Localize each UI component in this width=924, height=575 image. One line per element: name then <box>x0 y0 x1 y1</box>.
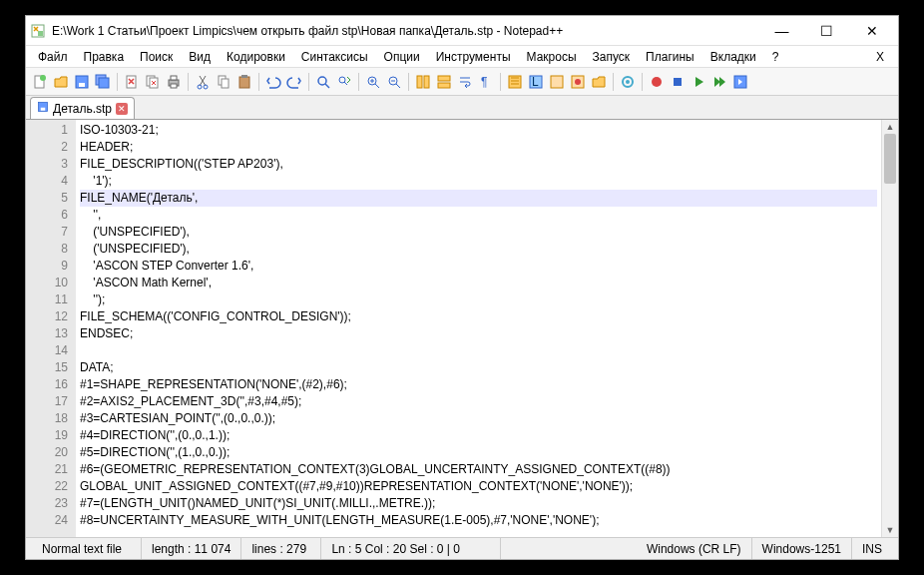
show-all-chars-icon[interactable]: ¶ <box>476 72 496 92</box>
menu-encoding[interactable]: Кодировки <box>219 48 293 66</box>
code-line[interactable]: ISO-10303-21; <box>80 122 877 139</box>
tab-active[interactable]: Деталь.stp ✕ <box>30 97 135 119</box>
code-line[interactable]: #4=DIRECTION('',(0.,0.,1.)); <box>80 427 877 444</box>
gutter: 123456789101112131415161718192021222324 <box>26 120 76 537</box>
replace-icon[interactable] <box>334 72 354 92</box>
status-mode[interactable]: INS <box>852 538 892 559</box>
print-icon[interactable] <box>164 72 184 92</box>
status-eol[interactable]: Windows (CR LF) <box>637 538 752 559</box>
open-file-icon[interactable] <box>51 72 71 92</box>
save-macro-icon[interactable] <box>730 72 750 92</box>
new-file-icon[interactable] <box>30 72 50 92</box>
menu-edit[interactable]: Правка <box>76 48 133 66</box>
lang-icon[interactable]: L <box>526 72 546 92</box>
scroll-up-icon[interactable]: ▲ <box>882 120 898 134</box>
code-line[interactable]: #8=UNCERTAINTY_MEASURE_WITH_UNIT(LENGTH_… <box>80 512 877 529</box>
code-line[interactable]: HEADER; <box>80 139 877 156</box>
zoom-out-icon[interactable] <box>384 72 404 92</box>
sync-v-icon[interactable] <box>413 72 433 92</box>
code-line[interactable]: 'ASCON Math Kernel', <box>80 275 877 291</box>
maximize-button[interactable]: ☐ <box>804 17 849 45</box>
code-line[interactable]: FILE_NAME('Деталь', <box>80 190 877 207</box>
svg-point-34 <box>575 79 581 85</box>
editor: 123456789101112131415161718192021222324 … <box>26 120 898 537</box>
code-line[interactable]: '1'); <box>80 173 877 190</box>
minimize-button[interactable]: — <box>759 17 804 45</box>
menu-plugins[interactable]: Плагины <box>638 48 702 66</box>
code-area[interactable]: ISO-10303-21;HEADER;FILE_DESCRIPTION(('S… <box>76 120 881 537</box>
separator <box>188 73 189 91</box>
code-line[interactable]: 'ASCON STEP Converter 1.6', <box>80 258 877 275</box>
find-icon[interactable] <box>313 72 333 92</box>
menu-options[interactable]: Опции <box>376 48 428 66</box>
line-number: 17 <box>26 393 68 410</box>
scroll-thumb[interactable] <box>884 134 896 184</box>
menu-view[interactable]: Вид <box>181 48 219 66</box>
record-macro-icon[interactable] <box>647 72 667 92</box>
menu-macros[interactable]: Макросы <box>519 48 585 66</box>
menu-file[interactable]: Файл <box>30 48 76 66</box>
code-line[interactable] <box>80 342 877 359</box>
line-number: 2 <box>26 139 68 156</box>
code-line[interactable]: ('UNSPECIFIED'), <box>80 241 877 258</box>
code-line[interactable]: DATA; <box>80 359 877 376</box>
line-number: 19 <box>26 427 68 444</box>
window-controls: — ☐ ✕ <box>759 17 894 45</box>
line-number: 24 <box>26 512 68 529</box>
code-line[interactable]: #3=CARTESIAN_POINT('',(0.,0.,0.)); <box>80 410 877 427</box>
menu-search[interactable]: Поиск <box>132 48 181 66</box>
copy-icon[interactable] <box>214 72 233 92</box>
line-number: 5 <box>26 190 68 207</box>
indent-guide-icon[interactable] <box>505 72 525 92</box>
play-multi-icon[interactable] <box>709 72 729 92</box>
tab-close-icon[interactable]: ✕ <box>116 103 128 115</box>
menu-syntax[interactable]: Синтаксисы <box>293 48 376 66</box>
svg-rect-13 <box>171 84 177 88</box>
svg-rect-25 <box>424 76 429 88</box>
menu-run[interactable]: Запуск <box>585 48 639 66</box>
paste-icon[interactable] <box>234 72 254 92</box>
menubar: Файл Правка Поиск Вид Кодировки Синтакси… <box>26 46 898 68</box>
code-line[interactable]: #7=(LENGTH_UNIT()NAMED_UNIT(*)SI_UNIT(.M… <box>80 495 877 512</box>
sync-h-icon[interactable] <box>434 72 454 92</box>
separator <box>613 73 614 91</box>
code-line[interactable]: #5=DIRECTION('',(1.,0.,0.)); <box>80 444 877 461</box>
close-button[interactable]: ✕ <box>849 17 894 45</box>
menu-tools[interactable]: Инструменты <box>428 48 519 66</box>
line-number: 23 <box>26 495 68 512</box>
code-line[interactable]: FILE_DESCRIPTION(('STEP AP203'), <box>80 156 877 173</box>
close-all-icon[interactable] <box>143 72 163 92</box>
doc-map-icon[interactable] <box>547 72 567 92</box>
code-line[interactable]: FILE_SCHEMA(('CONFIG_CONTROL_DESIGN')); <box>80 308 877 325</box>
code-line[interactable]: #2=AXIS2_PLACEMENT_3D('',#3,#4,#5); <box>80 393 877 410</box>
close-file-icon[interactable] <box>122 72 142 92</box>
save-all-icon[interactable] <box>93 72 113 92</box>
wrap-icon[interactable] <box>455 72 475 92</box>
undo-icon[interactable] <box>263 72 283 92</box>
window: E:\Work 1 Статьи\Проект Limpics\чем откр… <box>25 15 899 560</box>
vertical-scrollbar[interactable]: ▲ ▼ <box>881 120 898 537</box>
folder-icon[interactable] <box>589 72 609 92</box>
func-list-icon[interactable] <box>568 72 588 92</box>
monitor-icon[interactable] <box>618 72 638 92</box>
code-line[interactable]: ''); <box>80 291 877 308</box>
code-line[interactable]: '', <box>80 207 877 224</box>
save-icon[interactable] <box>72 72 92 92</box>
stop-macro-icon[interactable] <box>668 72 688 92</box>
zoom-in-icon[interactable] <box>363 72 383 92</box>
menu-tabs[interactable]: Вкладки <box>702 48 764 66</box>
titlebar[interactable]: E:\Work 1 Статьи\Проект Limpics\чем откр… <box>26 16 898 46</box>
code-line[interactable]: #6=(GEOMETRIC_REPRESENTATION_CONTEXT(3)G… <box>80 461 877 478</box>
play-macro-icon[interactable] <box>689 72 708 92</box>
status-encoding[interactable]: Windows-1251 <box>752 538 852 559</box>
redo-icon[interactable] <box>284 72 304 92</box>
code-line[interactable]: ('UNSPECIFIED'), <box>80 224 877 241</box>
menu-x[interactable]: X <box>866 48 894 66</box>
code-line[interactable]: GLOBAL_UNIT_ASSIGNED_CONTEXT((#7,#9,#10)… <box>80 478 877 495</box>
code-line[interactable]: ENDSEC; <box>80 325 877 342</box>
menu-help[interactable]: ? <box>764 48 787 66</box>
cut-icon[interactable] <box>193 72 213 92</box>
scroll-down-icon[interactable]: ▼ <box>882 523 898 537</box>
code-line[interactable]: #1=SHAPE_REPRESENTATION('NONE',(#2),#6); <box>80 376 877 393</box>
status-filetype: Normal text file <box>32 538 142 559</box>
